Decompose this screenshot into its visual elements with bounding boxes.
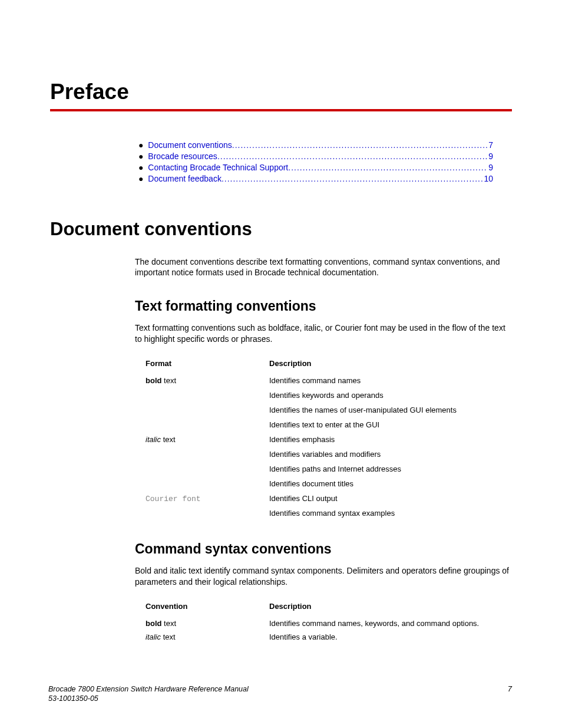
- table-header-row: Convention Description: [146, 599, 517, 617]
- bullet-icon: ●: [138, 162, 146, 173]
- table-row: italic text Identifies emphasis Identifi…: [146, 433, 517, 492]
- toc-leader: [232, 140, 487, 151]
- col-header-convention: Convention: [146, 599, 269, 617]
- description-line: Identifies command syntax examples: [269, 509, 511, 518]
- toc-row: ● Document feedback 10: [138, 173, 493, 185]
- table-header-row: Format Description: [146, 357, 517, 374]
- page-footer: Brocade 7800 Extension Switch Hardware R…: [48, 684, 512, 704]
- format-prefix: italic: [146, 633, 161, 641]
- format-prefix: Courier font: [146, 495, 201, 503]
- description-line: Identifies paths and Internet addresses: [269, 465, 511, 473]
- format-cell: bold text: [146, 617, 269, 630]
- format-suffix: text: [161, 376, 176, 385]
- toc-page[interactable]: 10: [482, 173, 493, 185]
- toc-leader: [217, 151, 487, 162]
- description-line: Identifies keywords and operands: [269, 391, 511, 400]
- toc-page[interactable]: 9: [487, 162, 493, 173]
- toc-link[interactable]: Document feedback: [148, 173, 222, 185]
- bullet-icon: ●: [138, 140, 146, 151]
- toc-link[interactable]: Document conventions: [148, 140, 232, 151]
- section-title: Document conventions: [50, 219, 512, 240]
- text-formatting-table: Format Description bold text Identifies …: [146, 357, 517, 521]
- format-cell: italic text: [146, 630, 269, 644]
- subsection-title-text-formatting: Text formatting conventions: [135, 298, 512, 314]
- footer-docnum: 53-1001350-05: [48, 694, 249, 703]
- description-cell: Identifies command names Identifies keyw…: [269, 374, 517, 433]
- description-line: Identifies CLI output: [269, 494, 511, 503]
- command-syntax-table: Convention Description bold text Identif…: [146, 599, 517, 644]
- toc-link[interactable]: Contacting Brocade Technical Support: [148, 162, 288, 173]
- section-intro: The document conventions describe text f…: [135, 256, 512, 279]
- toc-page[interactable]: 7: [487, 140, 493, 151]
- table-row: bold text Identifies command names Ident…: [146, 374, 517, 433]
- toc-row: ● Document conventions 7: [138, 140, 493, 151]
- table-row: Courier font Identifies CLI output Ident…: [146, 492, 517, 521]
- footer-page-number: 7: [508, 684, 512, 693]
- description-line: Identifies variables and modifiers: [269, 450, 511, 459]
- description-cell: Identifies command names, keywords, and …: [269, 617, 517, 630]
- mini-toc: ● Document conventions 7 ● Brocade resou…: [138, 140, 493, 185]
- table-row: bold text Identifies command names, keyw…: [146, 617, 517, 630]
- subsection-title-command-syntax: Command syntax conventions: [135, 541, 512, 557]
- bullet-icon: ●: [138, 151, 146, 162]
- description-cell: Identifies CLI output Identifies command…: [269, 492, 517, 521]
- toc-leader: [222, 173, 483, 185]
- bullet-icon: ●: [138, 173, 146, 185]
- toc-page[interactable]: 9: [487, 151, 493, 162]
- description-cell: Identifies emphasis Identifies variables…: [269, 433, 517, 492]
- footer-title: Brocade 7800 Extension Switch Hardware R…: [48, 684, 249, 694]
- description-line: Identifies text to enter at the GUI: [269, 420, 511, 429]
- format-prefix: italic: [146, 435, 161, 444]
- toc-row: ● Contacting Brocade Technical Support 9: [138, 162, 493, 173]
- text-formatting-intro: Text formatting conventions such as bold…: [135, 322, 512, 345]
- format-suffix: text: [161, 619, 176, 628]
- format-suffix: text: [161, 633, 176, 641]
- toc-link[interactable]: Brocade resources: [148, 151, 217, 162]
- description-cell: Identifies a variable.: [269, 630, 517, 644]
- col-header-description: Description: [269, 357, 517, 374]
- col-header-format: Format: [146, 357, 269, 374]
- chapter-rule: [50, 109, 512, 111]
- format-cell: Courier font: [146, 492, 269, 521]
- description-line: Identifies the names of user-manipulated…: [269, 406, 511, 414]
- command-syntax-intro: Bold and italic text identify command sy…: [135, 565, 512, 588]
- format-prefix: bold: [146, 619, 161, 628]
- toc-leader: [288, 162, 487, 173]
- chapter-title: Preface: [50, 80, 512, 104]
- col-header-description: Description: [269, 599, 517, 617]
- description-line: Identifies document titles: [269, 479, 511, 488]
- description-line: Identifies command names: [269, 376, 511, 385]
- table-row: italic text Identifies a variable.: [146, 630, 517, 644]
- format-suffix: text: [161, 435, 176, 444]
- format-prefix: bold: [146, 376, 161, 385]
- description-line: Identifies emphasis: [269, 435, 511, 444]
- format-cell: bold text: [146, 374, 269, 433]
- format-cell: italic text: [146, 433, 269, 492]
- toc-row: ● Brocade resources 9: [138, 151, 493, 162]
